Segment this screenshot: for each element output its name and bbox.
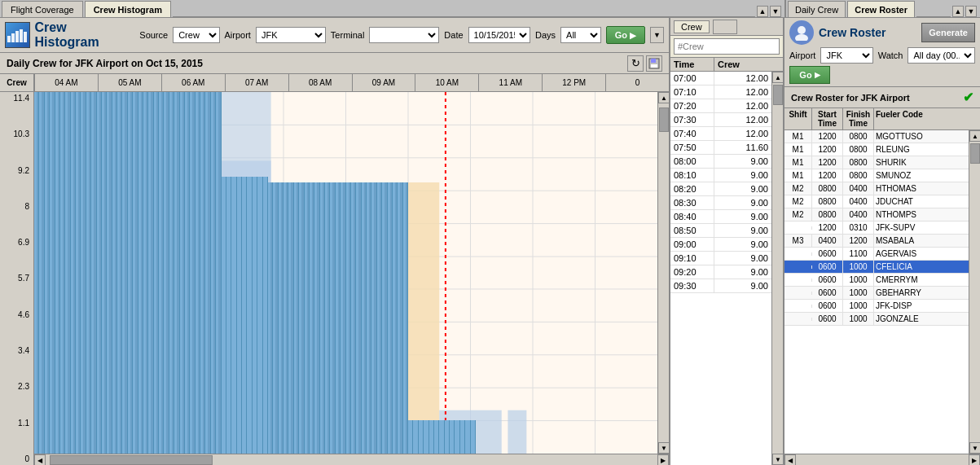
date-select[interactable]: 10/15/2015 — [468, 27, 530, 43]
crew-list-row[interactable]: 07:10 12.00 — [670, 86, 771, 99]
roster-finish-cell: 1000 — [843, 274, 874, 286]
chart-area[interactable]: // This will be rendered as bars via JS … — [34, 92, 657, 454]
roster-row[interactable]: 1200 0310 JFK-SUPV — [784, 222, 969, 235]
crew-list-row[interactable]: 09:00 9.00 — [670, 238, 771, 252]
crew-list-row[interactable]: 07:30 12.00 — [670, 113, 771, 127]
info-bar: Daily Crew for JFK Airport on Oct 15, 20… — [0, 53, 669, 74]
hscroll-right-btn[interactable]: ▶ — [657, 454, 669, 465]
roster-row[interactable]: M2 0800 0400 NTHOMPS — [784, 208, 969, 222]
crew-vscroll-down[interactable]: ▼ — [772, 454, 783, 465]
terminal-select[interactable] — [369, 27, 439, 43]
crew-list-row[interactable]: 08:30 9.00 — [670, 196, 771, 210]
roster-go-button[interactable]: Go ▶ — [789, 66, 830, 84]
crew-list[interactable]: 07:00 12.00 07:10 12.00 07:20 12.00 07:3… — [670, 72, 771, 465]
crew-list-row[interactable]: 08:40 9.00 — [670, 210, 771, 224]
crew-time-cell: 09:30 — [670, 279, 714, 292]
crew-count-cell: 9.00 — [714, 265, 771, 279]
roster-row[interactable]: M3 0400 1200 MSABALA — [784, 235, 969, 248]
go-button[interactable]: Go ▶ — [606, 26, 645, 44]
roster-fueler-cell: JFK-DISP — [874, 300, 969, 312]
crew-tab[interactable]: Crew — [674, 20, 710, 33]
roster-fueler-cell: MGOTTUSO — [874, 130, 969, 143]
crew-list-row[interactable]: 09:10 9.00 — [670, 252, 771, 265]
svg-rect-1 — [11, 33, 15, 42]
roster-row[interactable]: M2 0800 0400 HTHOMAS — [784, 182, 969, 195]
vscroll-up-btn[interactable]: ▲ — [658, 92, 669, 103]
crew-vscrollbar[interactable]: ▲ ▼ — [771, 72, 783, 465]
roster-hscroll-right[interactable]: ▶ — [969, 454, 980, 465]
crew-list-row[interactable]: 08:00 9.00 — [670, 155, 771, 169]
roster-finish-cell: 1000 — [843, 313, 874, 325]
crew-time-cell: 07:10 — [670, 86, 714, 99]
crew-list-row[interactable]: 07:40 12.00 — [670, 127, 771, 141]
date-label: Date — [444, 30, 463, 40]
left-panel-up-btn[interactable]: ▲ — [757, 6, 768, 17]
crew-list-row[interactable]: 09:30 9.00 — [670, 279, 771, 293]
roster-row[interactable]: 0600 1000 JFK-DISP — [784, 300, 969, 313]
tab-crew-roster[interactable]: Crew Roster — [847, 1, 915, 17]
generate-button[interactable]: Generate — [921, 23, 975, 42]
tab-crew-histogram[interactable]: Crew Histogram — [85, 1, 171, 17]
chart-vscrollbar[interactable]: ▲ ▼ — [657, 92, 669, 454]
roster-shift-cell: M2 — [784, 208, 812, 221]
crew-list-row[interactable]: 09:20 9.00 — [670, 265, 771, 279]
crew-list-row[interactable]: 07:00 12.00 — [670, 72, 771, 86]
crew-time-cell: 07:00 — [670, 72, 714, 85]
days-select[interactable]: All — [560, 27, 601, 43]
crew-time-cell: 07:30 — [670, 113, 714, 126]
roster-row[interactable]: 0600 1000 CMERRYM — [784, 274, 969, 287]
roster-watch-select[interactable]: All day (00..23) — [907, 47, 975, 64]
airport-select[interactable]: JFK — [256, 27, 326, 43]
tab-daily-crew[interactable]: Daily Crew — [788, 1, 846, 17]
crew-filter-input[interactable] — [674, 38, 780, 55]
right-panel-down-btn[interactable]: ▼ — [965, 6, 977, 17]
roster-row[interactable]: 0600 1000 GBEHARRY — [784, 287, 969, 300]
roster-shift-cell: M1 — [784, 143, 812, 156]
roster-start-cell: 0400 — [812, 235, 843, 247]
crew-list-row[interactable]: 07:20 12.00 — [670, 99, 771, 113]
roster-vscrollbar[interactable]: ▲ ▼ — [969, 130, 980, 454]
crew-list-row[interactable]: 08:10 9.00 — [670, 169, 771, 182]
left-panel-down-btn[interactable]: ▼ — [770, 6, 781, 17]
right-panel-up-btn[interactable]: ▲ — [952, 6, 964, 17]
y-label-6: 5.7 — [0, 274, 32, 283]
refresh-button[interactable]: ↻ — [627, 55, 644, 72]
crew-list-row[interactable]: 08:20 9.00 — [670, 182, 771, 196]
roster-fueler-cell: JGONZALE — [874, 313, 969, 325]
h-scrollbar[interactable]: ◀ ▶ — [34, 454, 669, 465]
roster-shift-cell — [784, 305, 812, 308]
hscroll-left-btn[interactable]: ◀ — [34, 454, 46, 465]
roster-vscroll-up[interactable]: ▲ — [969, 130, 980, 142]
roster-rows[interactable]: M1 1200 0800 MGOTTUSO M1 1200 0800 RLEUN… — [784, 130, 969, 454]
vscroll-down-btn[interactable]: ▼ — [658, 442, 669, 454]
x-tick-12pm: 12 PM — [542, 74, 605, 91]
roster-row[interactable]: M2 0800 0400 JDUCHAT — [784, 195, 969, 208]
roster-row[interactable]: M1 1200 0800 RLEUNG — [784, 143, 969, 156]
roster-row[interactable]: 0600 1000 JGONZALE — [784, 313, 969, 326]
crew-time-cell: 08:10 — [670, 169, 714, 182]
col-start: Start Time — [812, 108, 843, 129]
roster-hscrollbar[interactable]: ◀ ▶ — [784, 454, 980, 465]
crew-list-row[interactable]: 07:50 11.60 — [670, 141, 771, 155]
tab-flight-coverage[interactable]: Flight Coverage — [2, 1, 83, 17]
crew-count-cell: 11.60 — [714, 141, 771, 154]
crew-list-row[interactable]: 08:50 9.00 — [670, 224, 771, 238]
roster-row[interactable]: M1 1200 0800 SHURIK — [784, 156, 969, 169]
save-button[interactable] — [646, 55, 662, 72]
roster-airport-select[interactable]: JFK — [820, 47, 872, 64]
roster-row[interactable]: 0600 1000 CFELICIA — [784, 261, 969, 274]
roster-row[interactable]: 0600 1100 AGERVAIS — [784, 248, 969, 261]
crew-vscroll-up[interactable]: ▲ — [772, 72, 783, 83]
toolbar-dropdown-btn[interactable]: ▼ — [650, 27, 664, 43]
source-select[interactable]: Crew — [173, 27, 219, 43]
roster-start-cell: 1200 — [812, 143, 843, 156]
roster-hscroll-left[interactable]: ◀ — [784, 454, 796, 465]
roster-start-cell: 0600 — [812, 248, 843, 260]
roster-row[interactable]: M1 1200 0800 SMUNOZ — [784, 169, 969, 182]
app-icon — [5, 22, 30, 48]
svg-point-34 — [795, 34, 808, 41]
roster-section-header: Crew Roster for JFK Airport ✔ — [784, 87, 980, 108]
roster-row[interactable]: M1 1200 0800 MGOTTUSO — [784, 130, 969, 143]
roster-start-cell: 0800 — [812, 195, 843, 208]
roster-vscroll-down[interactable]: ▼ — [969, 442, 980, 454]
